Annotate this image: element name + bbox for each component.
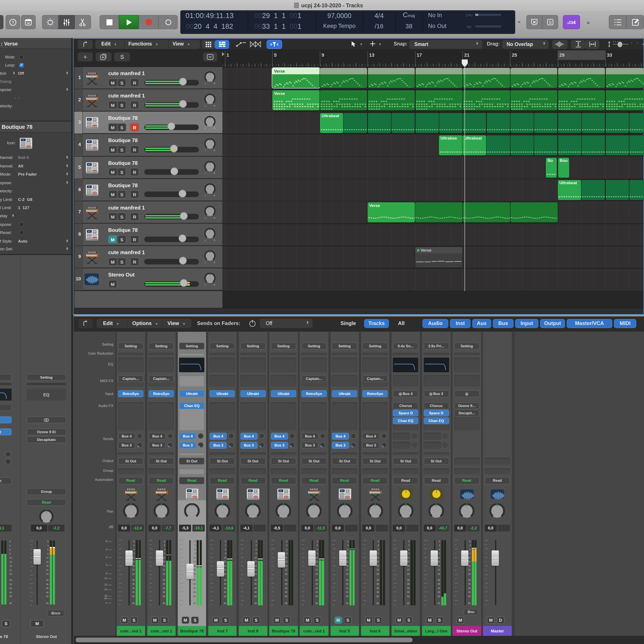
svg-text:▾: ▾	[360, 42, 362, 46]
svg-text:?: ?	[12, 20, 14, 25]
svg-text:▾: ▾	[379, 42, 381, 46]
svg-text:S: S	[549, 20, 552, 25]
